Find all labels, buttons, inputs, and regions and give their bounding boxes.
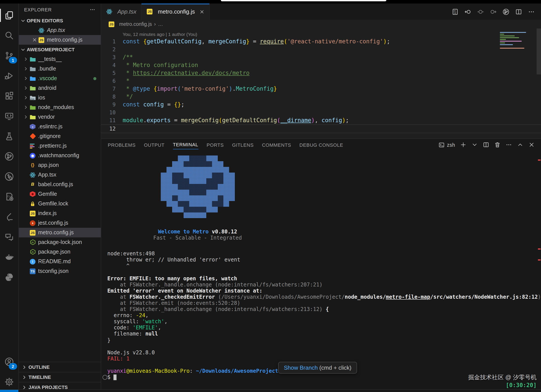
- tree-item-jest-config-js[interactable]: ♦jest.config.js: [19, 218, 101, 228]
- next-change-icon[interactable]: [490, 8, 497, 15]
- tree-item-gitignore[interactable]: .gitignore: [19, 131, 101, 141]
- tree-item-app-tsx[interactable]: App.tsx: [19, 170, 101, 180]
- project-section-header[interactable]: AWESOMEPROJECT: [19, 45, 101, 54]
- tree-item-label: node_modules: [38, 104, 74, 110]
- tree-item-eslintrc-js[interactable]: ●.eslintrc.js: [19, 122, 101, 131]
- tree-item-ios[interactable]: iOSios: [19, 93, 101, 103]
- tree-item-metro-config-js[interactable]: JSmetro.config.js: [19, 228, 101, 237]
- activity-item-leetcode[interactable]: [0, 207, 18, 227]
- status-0[interactable]: 0: [122, 390, 137, 392]
- chevron-down-icon[interactable]: [471, 141, 478, 148]
- panel-tab-ports[interactable]: PORTS: [207, 140, 224, 149]
- split-editor-icon[interactable]: [515, 8, 522, 15]
- activity-item-docker[interactable]: [0, 247, 18, 267]
- tree-item-gemfile[interactable]: ◆Gemfile: [19, 189, 101, 199]
- activity-item-run-and-debug[interactable]: [0, 66, 18, 86]
- tree-item-package-lock-json[interactable]: JSpackage-lock.json: [19, 237, 101, 247]
- command-decoration-icon[interactable]: [103, 375, 107, 380]
- panel-tab-terminal[interactable]: TERMINAL: [173, 140, 198, 149]
- terminal-link[interactable]: metro-file-map: [386, 294, 430, 300]
- activity-item-accounts[interactable]: 2: [0, 352, 18, 372]
- file-type-circle-icon: i: [29, 258, 36, 265]
- ellipsis-icon[interactable]: [528, 8, 535, 15]
- activity-item-explorer[interactable]: [0, 5, 18, 26]
- plus-icon[interactable]: [460, 141, 467, 148]
- minimap[interactable]: [500, 32, 534, 50]
- close-editor-button[interactable]: [31, 37, 38, 42]
- tree-item-index-js[interactable]: JSindex.js: [19, 208, 101, 218]
- tree-item-tests[interactable]: __tests__: [19, 54, 101, 64]
- tree-item-android[interactable]: android: [19, 83, 101, 93]
- tree-item-babel-config-js[interactable]: Bbabel.config.js: [19, 180, 101, 189]
- open-editor-metro-config-js[interactable]: JSmetro.config.js: [19, 35, 101, 45]
- file-type-circle-icon: ◉: [29, 152, 36, 159]
- editor-scrollbar[interactable]: [537, 28, 541, 74]
- terminal-shell-selector[interactable]: zsh: [438, 142, 455, 148]
- svg-text:01: 01: [454, 10, 456, 12]
- change-icon[interactable]: [477, 8, 484, 15]
- open-editor-label: App.tsx: [47, 27, 65, 33]
- remote-indicator[interactable]: [0, 390, 18, 392]
- tree-item-vscode[interactable]: .vscode: [19, 74, 101, 83]
- activity-item-search[interactable]: [0, 26, 18, 46]
- activity-item-cpp-tools[interactable]: C++: [0, 187, 18, 207]
- tree-item-prettierrc-js[interactable]: .prettierrc.js: [19, 141, 101, 151]
- status-launchpad[interactable]: Launchpad: [54, 390, 91, 392]
- status-shield-icon[interactable]: [177, 390, 187, 392]
- tree-item-tsconfig-json[interactable]: TStsconfig.json: [19, 266, 101, 276]
- tree-item-readme-md[interactable]: iREADME.md: [19, 257, 101, 266]
- panel-tab-problems[interactable]: PROBLEMS: [108, 140, 135, 149]
- ellipsis-icon[interactable]: [505, 141, 512, 148]
- close-icon[interactable]: [32, 37, 37, 42]
- tree-item-vendor[interactable]: vendor: [19, 112, 101, 122]
- status-java-ready[interactable]: Java: Ready: [137, 390, 177, 392]
- status-main[interactable]: main*: [18, 390, 43, 392]
- code-editor[interactable]: You, 12 minutes ago | 1 author (You) 1co…: [101, 28, 541, 138]
- gitlens-graph-icon[interactable]: [502, 8, 510, 15]
- close-tab-button[interactable]: [199, 9, 205, 14]
- previous-change-icon[interactable]: [464, 8, 471, 15]
- sidebar-more-actions-icon[interactable]: [89, 7, 95, 13]
- git-modified-dot: [93, 77, 96, 80]
- breadcrumb[interactable]: JS metro.config.js › …: [101, 20, 541, 28]
- codelens-annotation[interactable]: You, 12 minutes ago | 1 author (You): [101, 30, 541, 38]
- chevron-down-icon: [20, 18, 26, 23]
- activity-item-comments[interactable]: [0, 227, 18, 247]
- panel-tab-comments[interactable]: COMMENTS: [262, 140, 291, 149]
- activity-item-testing[interactable]: [0, 126, 18, 146]
- tab-metro-config-js[interactable]: JSmetro.config.js: [142, 4, 210, 20]
- chevron-up-icon[interactable]: [517, 141, 524, 148]
- sidebar-section-timeline[interactable]: TIMELINE: [19, 372, 101, 382]
- activity-item-source-control[interactable]: 1: [0, 46, 18, 66]
- tree-item-package-json[interactable]: JSpackage.json: [19, 247, 101, 257]
- activity-item-extensions[interactable]: [0, 86, 18, 106]
- tab-app-tsx[interactable]: App.tsx: [101, 4, 142, 20]
- panel-tab-debug-console[interactable]: DEBUG CONSOLE: [299, 140, 343, 149]
- trash-icon[interactable]: [494, 141, 501, 148]
- panel-tab-gitlens[interactable]: GITLENS: [232, 140, 254, 149]
- panel-tab-output[interactable]: OUTPUT: [144, 140, 165, 149]
- tree-item-bundle[interactable]: .bundle: [19, 64, 101, 74]
- close-icon[interactable]: [528, 141, 535, 148]
- status-0[interactable]: 0: [91, 390, 106, 392]
- activity-item-remote-explorer[interactable]: [0, 106, 18, 126]
- binary-file-icon[interactable]: 0110: [452, 8, 459, 15]
- show-branch-link[interactable]: Show Branch: [284, 364, 318, 371]
- open-editors-header[interactable]: OPEN EDITORS: [19, 16, 101, 26]
- status-cloud-icon[interactable]: [43, 390, 54, 392]
- activity-item-gitlens-inspect[interactable]: [0, 166, 18, 187]
- terminal[interactable]: Welcome to Metro v0.80.12Fast - Scalable…: [101, 151, 541, 392]
- sidebar-section-outline[interactable]: OUTLINE: [19, 362, 101, 372]
- line-number: 12: [101, 125, 123, 133]
- tree-item-node-modules[interactable]: node_modules: [19, 103, 101, 112]
- tree-item-app-json[interactable]: {}app.json: [19, 160, 101, 170]
- open-editor-app-tsx[interactable]: App.tsx: [19, 26, 101, 35]
- activity-item-gitlens[interactable]: [0, 146, 18, 166]
- activity-item-settings[interactable]: [0, 372, 18, 392]
- status-0[interactable]: 0: [106, 390, 122, 392]
- tree-item-watchmanconfig[interactable]: ◉.watchmanconfig: [19, 151, 101, 160]
- activity-item-python[interactable]: [0, 267, 18, 287]
- prettier-icon: [29, 143, 36, 149]
- split-panel-icon[interactable]: [483, 141, 489, 148]
- tree-item-gemfile-lock[interactable]: Gemfile.lock: [19, 199, 101, 208]
